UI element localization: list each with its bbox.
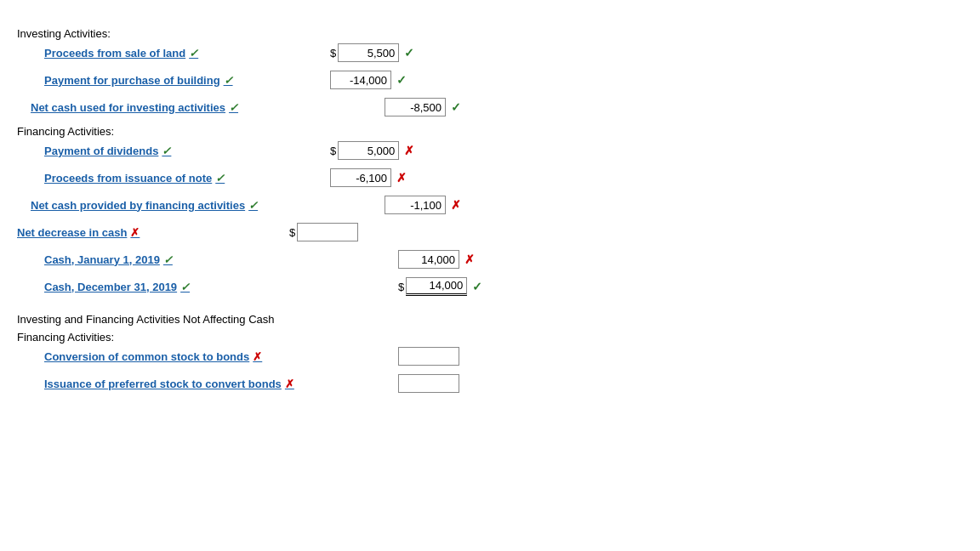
label-net-investing: Net cash used for investing activities ✓ bbox=[31, 101, 303, 114]
input-cash-jan[interactable] bbox=[398, 250, 459, 269]
col2-net-financing: ✗ bbox=[385, 196, 461, 214]
label-payment-building: Payment for purchase of building ✓ bbox=[44, 74, 316, 87]
status-proceeds-note: ✗ bbox=[396, 171, 407, 185]
row-net-investing: Net cash used for investing activities ✓… bbox=[17, 98, 963, 116]
cross-issuance-preferred: ✗ bbox=[285, 378, 294, 390]
input-proceeds-sale-land[interactable] bbox=[338, 43, 399, 62]
input-proceeds-note[interactable] bbox=[330, 168, 391, 187]
col1-proceeds-sale-land: $ ✓ bbox=[330, 43, 466, 62]
currency-proceeds-sale-land: $ bbox=[330, 47, 336, 60]
label-net-decrease: Net decrease in cash ✗ bbox=[17, 226, 289, 239]
row-net-financing: Net cash provided by financing activitie… bbox=[17, 196, 963, 214]
check-payment-building: ✓ bbox=[224, 74, 233, 87]
label-proceeds-sale-land: Proceeds from sale of land ✓ bbox=[44, 47, 316, 60]
input-payment-building[interactable] bbox=[330, 71, 391, 89]
label-cash-jan: Cash, January 1, 2019 ✓ bbox=[44, 253, 316, 266]
status-net-investing: ✓ bbox=[451, 100, 461, 114]
input-issuance-preferred[interactable] bbox=[398, 374, 459, 393]
row-net-decrease: Net decrease in cash ✗ $ bbox=[17, 223, 963, 241]
check-proceeds-sale-land: ✓ bbox=[189, 47, 198, 60]
col2-net-investing: ✓ bbox=[385, 98, 461, 116]
input-net-financing[interactable] bbox=[385, 196, 446, 214]
col1-proceeds-note: ✗ bbox=[330, 168, 466, 187]
col2-cash-jan: ✗ bbox=[398, 250, 475, 269]
row-payment-building: Payment for purchase of building ✓ ✓ bbox=[17, 71, 963, 89]
col1-payment-dividends: $ ✗ bbox=[330, 141, 466, 160]
row-cash-dec: Cash, December 31, 2019 ✓ $ ✓ bbox=[17, 277, 963, 296]
check-net-investing: ✓ bbox=[229, 101, 238, 114]
check-net-financing: ✓ bbox=[248, 199, 258, 212]
check-cash-dec: ✓ bbox=[180, 281, 190, 293]
row-payment-dividends: Payment of dividends ✓ $ ✗ bbox=[17, 141, 963, 160]
financing-header: Financing Activities: bbox=[17, 125, 963, 138]
label-proceeds-note: Proceeds from issuance of note ✓ bbox=[44, 172, 316, 185]
check-cash-jan: ✓ bbox=[163, 253, 173, 266]
investing-financing-header: Investing and Financing Activities Not A… bbox=[17, 313, 963, 326]
check-proceeds-note: ✓ bbox=[215, 172, 225, 185]
col2-issuance-preferred bbox=[398, 374, 459, 393]
currency-payment-dividends: $ bbox=[330, 145, 336, 157]
check-payment-dividends: ✓ bbox=[162, 145, 171, 157]
col1-payment-building: ✓ bbox=[330, 71, 466, 89]
status-proceeds-sale-land: ✓ bbox=[404, 46, 414, 60]
input-net-decrease[interactable] bbox=[297, 223, 358, 241]
financing2-section: Financing Activities: Conversion of comm… bbox=[17, 331, 963, 393]
investing-header: Investing Activities: bbox=[17, 27, 963, 40]
financing-section: Financing Activities: Payment of dividen… bbox=[17, 125, 963, 214]
cross-net-decrease: ✗ bbox=[130, 226, 140, 239]
label-cash-dec: Cash, December 31, 2019 ✓ bbox=[44, 281, 316, 293]
status-net-financing: ✗ bbox=[451, 198, 461, 212]
input-payment-dividends[interactable] bbox=[338, 141, 399, 160]
row-issuance-preferred: Issuance of preferred stock to convert b… bbox=[17, 374, 963, 393]
label-issuance-preferred: Issuance of preferred stock to convert b… bbox=[44, 378, 316, 390]
status-cash-dec: ✓ bbox=[472, 280, 482, 293]
row-conversion-stock: Conversion of common stock to bonds ✗ bbox=[17, 347, 963, 366]
label-net-financing: Net cash provided by financing activitie… bbox=[31, 199, 303, 212]
label-payment-dividends: Payment of dividends ✓ bbox=[44, 145, 316, 157]
row-proceeds-sale-land: Proceeds from sale of land ✓ $ ✓ bbox=[17, 43, 963, 62]
col2-net-decrease: $ bbox=[289, 223, 357, 241]
row-cash-jan: Cash, January 1, 2019 ✓ ✗ bbox=[17, 250, 963, 269]
input-net-investing[interactable] bbox=[385, 98, 446, 116]
status-payment-dividends: ✗ bbox=[404, 144, 414, 157]
row-proceeds-note: Proceeds from issuance of note ✓ ✗ bbox=[17, 168, 963, 187]
financing2-header: Financing Activities: bbox=[17, 331, 963, 344]
col2-conversion-stock bbox=[398, 347, 459, 366]
input-conversion-stock[interactable] bbox=[398, 347, 459, 366]
status-payment-building: ✓ bbox=[396, 73, 407, 87]
input-cash-dec[interactable] bbox=[406, 277, 467, 296]
col2-cash-dec: $ ✓ bbox=[398, 277, 482, 296]
status-cash-jan: ✗ bbox=[464, 253, 475, 266]
investing-section: Investing Activities: Proceeds from sale… bbox=[17, 27, 963, 116]
label-conversion-stock: Conversion of common stock to bonds ✗ bbox=[44, 350, 316, 363]
cross-conversion-stock: ✗ bbox=[253, 350, 262, 363]
